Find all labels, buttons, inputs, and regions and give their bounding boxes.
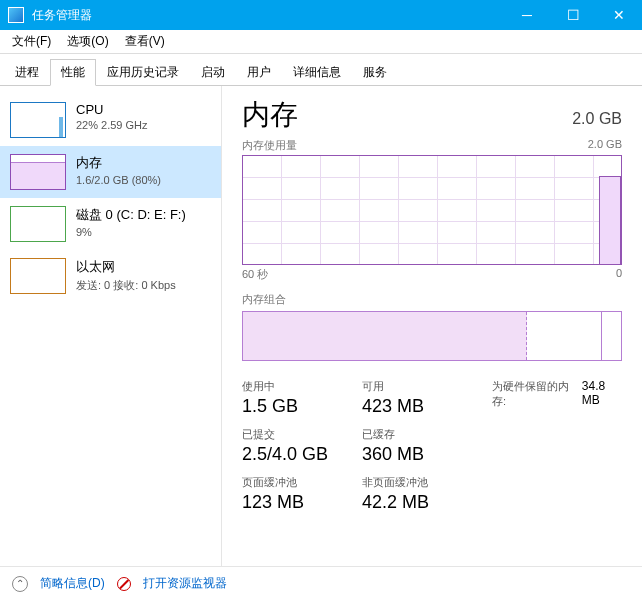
comp-free-tail (602, 312, 621, 360)
sidebar: CPU 22% 2.59 GHz 内存 1.6/2.0 GB (80%) 磁盘 … (0, 86, 222, 566)
sidebar-item-label: CPU (76, 102, 148, 117)
tab-processes[interactable]: 进程 (4, 59, 50, 86)
sidebar-item-sub: 发送: 0 接收: 0 Kbps (76, 278, 176, 293)
sidebar-item-label: 磁盘 0 (C: D: E: F:) (76, 206, 186, 224)
shield-disabled-icon (117, 577, 131, 591)
chevron-up-icon[interactable]: ⌃ (12, 576, 28, 592)
memory-usage-chart (242, 155, 622, 265)
stat-label: 可用 (362, 379, 492, 394)
tab-performance[interactable]: 性能 (50, 59, 96, 86)
fewer-details-link[interactable]: 简略信息(D) (40, 575, 105, 592)
tab-bar: 进程 性能 应用历史记录 启动 用户 详细信息 服务 (0, 54, 642, 86)
chart-xleft: 60 秒 (242, 267, 268, 282)
footer: ⌃ 简略信息(D) 打开资源监视器 (0, 566, 642, 600)
sidebar-item-sub: 22% 2.59 GHz (76, 119, 148, 131)
paged-value: 123 MB (242, 492, 362, 513)
tab-services[interactable]: 服务 (352, 59, 398, 86)
composition-label: 内存组合 (242, 292, 622, 307)
detail-title: 内存 (242, 96, 298, 134)
stat-label: 非页面缓冲池 (362, 475, 492, 490)
sidebar-item-ethernet[interactable]: 以太网 发送: 0 接收: 0 Kbps (0, 250, 221, 302)
stats-grid: 使用中 1.5 GB 可用 423 MB 为硬件保留的内存: 34.8 MB 已… (242, 379, 622, 513)
sidebar-item-sub: 1.6/2.0 GB (80%) (76, 174, 161, 186)
comp-standby (527, 312, 603, 360)
titlebar: 任务管理器 ─ ☐ ✕ (0, 0, 642, 30)
nonpaged-value: 42.2 MB (362, 492, 492, 513)
app-icon (8, 7, 24, 23)
close-button[interactable]: ✕ (596, 0, 642, 30)
memory-thumbnail (10, 154, 66, 190)
chart-label: 内存使用量 (242, 138, 297, 153)
stat-label: 已缓存 (362, 427, 492, 442)
window-title: 任务管理器 (32, 7, 92, 24)
available-value: 423 MB (362, 396, 492, 417)
ethernet-thumbnail (10, 258, 66, 294)
menu-file[interactable]: 文件(F) (4, 30, 59, 53)
sidebar-item-memory[interactable]: 内存 1.6/2.0 GB (80%) (0, 146, 221, 198)
menu-options[interactable]: 选项(O) (59, 30, 116, 53)
maximize-button[interactable]: ☐ (550, 0, 596, 30)
chart-fill (599, 176, 621, 264)
stat-label: 使用中 (242, 379, 362, 394)
sidebar-item-disk[interactable]: 磁盘 0 (C: D: E: F:) 9% (0, 198, 221, 250)
sidebar-item-label: 以太网 (76, 258, 176, 276)
menu-view[interactable]: 查看(V) (117, 30, 173, 53)
in-use-value: 1.5 GB (242, 396, 362, 417)
sidebar-item-sub: 9% (76, 226, 186, 238)
disk-thumbnail (10, 206, 66, 242)
memory-total: 2.0 GB (572, 110, 622, 128)
sidebar-item-cpu[interactable]: CPU 22% 2.59 GHz (0, 94, 221, 146)
chart-xright: 0 (616, 267, 622, 282)
cpu-thumbnail (10, 102, 66, 138)
comp-in-use (243, 312, 527, 360)
cached-value: 360 MB (362, 444, 492, 465)
hw-reserved-value: 34.8 MB (582, 379, 622, 407)
menubar: 文件(F) 选项(O) 查看(V) (0, 30, 642, 54)
minimize-button[interactable]: ─ (504, 0, 550, 30)
resource-monitor-link[interactable]: 打开资源监视器 (143, 575, 227, 592)
tab-users[interactable]: 用户 (236, 59, 282, 86)
detail-panel: 内存 2.0 GB 内存使用量 2.0 GB 60 秒 0 内存组合 使用中 1… (222, 86, 642, 566)
hw-reserved-label: 为硬件保留的内存: (492, 379, 574, 409)
tab-startup[interactable]: 启动 (190, 59, 236, 86)
stat-label: 页面缓冲池 (242, 475, 362, 490)
stat-label: 已提交 (242, 427, 362, 442)
sidebar-item-label: 内存 (76, 154, 161, 172)
tab-details[interactable]: 详细信息 (282, 59, 352, 86)
chart-ymax: 2.0 GB (588, 138, 622, 153)
tab-app-history[interactable]: 应用历史记录 (96, 59, 190, 86)
memory-composition-chart (242, 311, 622, 361)
committed-value: 2.5/4.0 GB (242, 444, 362, 465)
